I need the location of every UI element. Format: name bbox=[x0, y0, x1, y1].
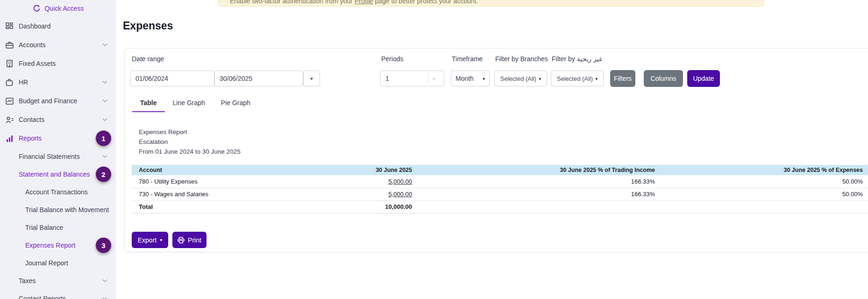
page-title: Expenses bbox=[123, 20, 173, 32]
sidebar-item-contacts[interactable]: Contacts bbox=[0, 110, 116, 129]
filters-button[interactable]: Filters bbox=[610, 70, 635, 87]
sidebar-item-expenses-report[interactable]: Expenses Report3 bbox=[0, 236, 116, 254]
caret-down-icon: ▾ bbox=[539, 76, 541, 81]
sidebar-item-label: Budget and Finance bbox=[19, 97, 77, 105]
branches-dropdown[interactable]: Selected (All) ▾ bbox=[494, 71, 547, 86]
sidebar-item-taxes[interactable]: Taxes bbox=[0, 272, 116, 290]
periods-spinner[interactable]: ▾ bbox=[428, 71, 435, 86]
sidebar-item-contact-reports[interactable]: Contact Reports bbox=[0, 290, 116, 299]
sidebar-item-label: Dashboard bbox=[19, 22, 51, 30]
sidebar-item-quick-access[interactable]: Quick Access bbox=[0, 0, 116, 17]
table-header-row: Account30 June 202530 June 2025 % of Tra… bbox=[132, 165, 868, 175]
date-end-input[interactable] bbox=[214, 71, 303, 86]
account-cell: 780 - Utility Expenses bbox=[132, 175, 319, 188]
date-start-input[interactable] bbox=[130, 71, 214, 86]
tab-line-graph[interactable]: Line Graph bbox=[165, 95, 213, 112]
sidebar-item-trial-balance[interactable]: Trial Balance bbox=[0, 219, 116, 236]
expenses-report-card: Date range Periods Timeframe Filter by B… bbox=[124, 48, 868, 252]
briefcase-icon bbox=[5, 40, 14, 50]
export-button[interactable]: Export▾ bbox=[132, 232, 168, 248]
column-header: 30 June 2025 % of Expenses bbox=[661, 165, 868, 175]
print-button[interactable]: Print bbox=[172, 232, 206, 248]
sidebar: Quick Access DashboardAccountsFixed Asse… bbox=[0, 0, 116, 299]
date-range-label: Date range bbox=[132, 55, 164, 63]
sidebar-item-account-transactions[interactable]: Account Transactions bbox=[0, 183, 116, 201]
chevron-down-icon bbox=[102, 279, 107, 283]
dashboard-icon bbox=[5, 21, 14, 31]
report-title: Expenses Report bbox=[139, 127, 241, 137]
column-header: Account bbox=[132, 165, 319, 175]
step-badge-1: 1 bbox=[96, 131, 111, 146]
amount-link[interactable]: 5,000.00 bbox=[388, 191, 412, 198]
sidebar-item-fixed-assets[interactable]: Fixed Assets bbox=[0, 54, 116, 73]
pct-expenses-cell: 50.00% bbox=[661, 188, 868, 200]
caret-down-icon: ▾ bbox=[160, 237, 162, 242]
caret-down-icon: ▾ bbox=[310, 76, 313, 82]
amount-link[interactable]: 5,000.00 bbox=[388, 178, 412, 185]
sidebar-item-budget-and-finance[interactable]: Budget and Finance bbox=[0, 92, 116, 110]
pct-expenses-cell: 50.00% bbox=[661, 175, 868, 188]
entity-dropdown[interactable]: Selected (All) ▾ bbox=[551, 71, 604, 86]
table-total-row: Total10,000.00 bbox=[132, 200, 868, 213]
building-icon bbox=[5, 59, 14, 68]
sidebar-item-reports[interactable]: Reports1 bbox=[0, 129, 116, 148]
chevron-down-icon bbox=[102, 155, 107, 158]
bag-icon bbox=[5, 78, 14, 87]
report-heading: Expenses Report Escalation From 01 June … bbox=[139, 127, 241, 157]
chart-icon bbox=[5, 96, 14, 106]
tab-pie-graph[interactable]: Pie Graph bbox=[213, 95, 258, 112]
sidebar-item-label: Financial Statements bbox=[19, 153, 80, 160]
step-badge-2: 2 bbox=[96, 167, 111, 182]
printer-icon bbox=[178, 237, 185, 243]
tab-table[interactable]: Table bbox=[132, 95, 165, 112]
sidebar-item-label: Fixed Assets bbox=[19, 60, 56, 67]
periods-label: Periods bbox=[381, 55, 403, 63]
sidebar-item-label: Trial Balance with Movement bbox=[25, 206, 109, 214]
column-header: 30 June 2025 bbox=[319, 165, 418, 175]
sidebar-item-journal-report[interactable]: Journal Report bbox=[0, 254, 116, 272]
banner-text: Enable two-factor authentication from yo… bbox=[230, 0, 478, 5]
profile-link[interactable]: Profile bbox=[355, 0, 373, 5]
caret-down-icon: ▾ bbox=[595, 76, 598, 81]
bar-chart-icon bbox=[5, 134, 14, 143]
columns-button[interactable]: Columns bbox=[644, 70, 683, 87]
sidebar-item-accounts[interactable]: Accounts bbox=[0, 36, 116, 54]
sidebar-item-label: Taxes bbox=[19, 277, 36, 285]
sidebar-item-label: Trial Balance bbox=[25, 224, 63, 231]
people-icon bbox=[5, 115, 14, 124]
update-button[interactable]: Update bbox=[687, 70, 720, 87]
two-factor-banner: Enable two-factor authentication from yo… bbox=[218, 0, 764, 7]
sidebar-item-label: Statement and Balances bbox=[19, 171, 90, 178]
table-row: 780 - Utility Expenses5,000.00166.33%50.… bbox=[132, 175, 868, 188]
column-header: 30 June 2025 % of Trading Income bbox=[418, 165, 661, 175]
sidebar-item-label: Expenses Report bbox=[25, 242, 75, 249]
sidebar-item-statement-and-balances[interactable]: Statement and Balances2 bbox=[0, 165, 116, 183]
chevron-down-icon: ▾ bbox=[483, 76, 485, 81]
sidebar-item-label: Reports bbox=[19, 135, 42, 142]
view-tabs: TableLine GraphPie Graph bbox=[132, 95, 258, 112]
filter-entity-label: Filter by غير ربحية bbox=[552, 55, 602, 63]
account-cell: 730 - Wages and Salaries bbox=[132, 188, 319, 200]
timeframe-select[interactable]: Month ▾ bbox=[451, 71, 490, 86]
sidebar-item-label: Account Transactions bbox=[25, 188, 88, 196]
sidebar-item-label: Accounts bbox=[19, 41, 46, 49]
chevron-down-icon bbox=[102, 43, 107, 47]
step-badge-3: 3 bbox=[96, 238, 111, 253]
sidebar-item-hr[interactable]: HR bbox=[0, 73, 116, 92]
chevron-down-icon bbox=[102, 297, 107, 299]
sidebar-item-financial-statements[interactable]: Financial Statements bbox=[0, 148, 116, 165]
chevron-down-icon bbox=[102, 81, 107, 84]
sidebar-item-label: Journal Report bbox=[25, 259, 68, 267]
report-company: Escalation bbox=[139, 137, 241, 147]
chevron-down-icon bbox=[102, 118, 107, 121]
sidebar-item-label: HR bbox=[19, 78, 28, 86]
sidebar-item-dashboard[interactable]: Dashboard bbox=[0, 17, 116, 36]
sidebar-item-trial-balance-with-movement[interactable]: Trial Balance with Movement bbox=[0, 201, 116, 219]
sidebar-item-label: Quick Access bbox=[44, 5, 84, 12]
main-content: Enable two-factor authentication from yo… bbox=[116, 0, 868, 299]
date-range-dropdown-button[interactable]: ▾ bbox=[303, 71, 320, 86]
sidebar-item-label: Contact Reports bbox=[19, 295, 66, 299]
filter-branches-label: Filter by Branches bbox=[495, 55, 548, 63]
pct-trading-income-cell: 166.33% bbox=[418, 175, 661, 188]
table-row: 730 - Wages and Salaries5,000.00166.33%5… bbox=[132, 188, 868, 200]
